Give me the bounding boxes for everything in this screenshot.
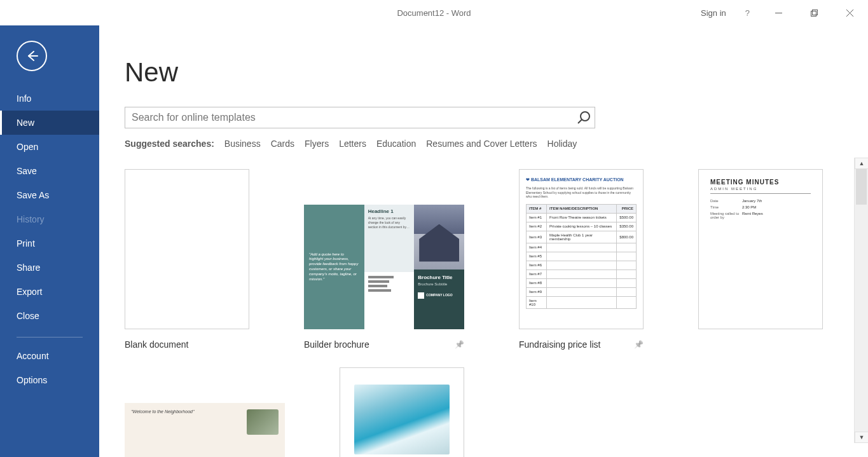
scroll-up-button[interactable]: ▲ — [855, 158, 868, 169]
pin-icon[interactable]: 📌 — [634, 340, 644, 349]
scroll-down-button[interactable]: ▼ — [855, 432, 868, 443]
template-photo[interactable] — [340, 367, 464, 457]
window-title: Document12 - Word — [397, 8, 471, 18]
template-thumb-neighborhood: "Welcome to the Neighborhood" — [125, 403, 285, 457]
sidebar-item-print[interactable]: Print — [0, 231, 99, 256]
scrollbar-thumb[interactable] — [856, 169, 867, 205]
back-arrow-icon — [25, 49, 39, 63]
close-icon — [846, 10, 853, 17]
template-meeting[interactable]: MEETING MINUTESADMIN MEETINGDateJanuary … — [698, 169, 823, 350]
help-button[interactable]: ? — [738, 8, 757, 18]
template-builder-brochure[interactable]: "Add a quote here to highlight your busi… — [304, 169, 464, 350]
sidebar-item-history: History — [0, 207, 99, 231]
maximize-button[interactable] — [799, 0, 829, 25]
close-button[interactable] — [835, 0, 864, 25]
suggested-link-education[interactable]: Education — [376, 139, 416, 149]
suggested-link-business[interactable]: Business — [224, 139, 261, 149]
template-thumb-blank — [125, 169, 249, 329]
back-button[interactable] — [17, 41, 47, 71]
sidebar-item-close[interactable]: Close — [0, 304, 99, 328]
title-bar: Document12 - Word Sign in ? — [0, 0, 868, 25]
suggested-link-flyers[interactable]: Flyers — [305, 139, 329, 149]
page-title: New — [125, 57, 868, 88]
minimize-button[interactable] — [764, 0, 793, 25]
suggested-label: Suggested searches: — [125, 139, 214, 149]
sidebar-item-export[interactable]: Export — [0, 280, 99, 304]
template-fundraising-price-list[interactable]: ❤ BALSAM ELEMENTARY CHARITY AUCTIONThe f… — [519, 169, 644, 350]
minimize-icon — [775, 10, 782, 17]
suggested-link-resumes-and-cover-letters[interactable]: Resumes and Cover Letters — [426, 139, 537, 149]
svg-rect-0 — [811, 11, 816, 16]
search-icon — [576, 110, 591, 125]
suggested-link-holiday[interactable]: Holiday — [548, 139, 577, 149]
template-search-input[interactable] — [125, 107, 595, 128]
search-wrap — [125, 107, 595, 128]
suggested-link-letters[interactable]: Letters — [339, 139, 366, 149]
sidebar-divider — [17, 337, 83, 338]
sidebar-item-save-as[interactable]: Save As — [0, 183, 99, 207]
template-label: Builder brochure — [304, 339, 369, 350]
template-thumb-meeting: MEETING MINUTESADMIN MEETINGDateJanuary … — [698, 169, 823, 329]
template-label: Blank document — [125, 339, 188, 350]
pin-icon[interactable]: 📌 — [455, 340, 464, 349]
svg-point-2 — [581, 112, 589, 121]
template-thumb-fund: ❤ BALSAM ELEMENTARY CHARITY AUCTIONThe f… — [519, 169, 644, 329]
sidebar-item-open[interactable]: Open — [0, 135, 99, 159]
template-label: Fundraising price list — [519, 339, 600, 350]
vertical-scrollbar[interactable]: ▲ ▼ — [854, 158, 868, 443]
template-blank-document[interactable]: Blank document — [125, 169, 249, 350]
template-thumb-brochure: "Add a quote here to highlight your busi… — [304, 205, 464, 329]
search-button[interactable] — [575, 109, 593, 126]
suggested-searches: Suggested searches: BusinessCardsFlyersL… — [125, 139, 868, 149]
sidebar-item-save[interactable]: Save — [0, 159, 99, 183]
suggested-link-cards[interactable]: Cards — [271, 139, 294, 149]
backstage-sidebar: InfoNewOpenSaveSave AsHistoryPrintShareE… — [0, 25, 99, 457]
sidebar-item-account[interactable]: Account — [0, 344, 99, 368]
sign-in-link[interactable]: Sign in — [696, 8, 731, 18]
main-content: New Suggested searches: BusinessCardsFly… — [99, 25, 868, 457]
template-thumb-photo — [340, 367, 464, 457]
sidebar-item-info[interactable]: Info — [0, 86, 99, 111]
sidebar-item-share[interactable]: Share — [0, 256, 99, 280]
sidebar-item-new[interactable]: New — [0, 111, 99, 135]
maximize-icon — [811, 10, 818, 17]
svg-rect-1 — [812, 10, 817, 15]
sidebar-item-options[interactable]: Options — [0, 368, 99, 392]
template-neighborhood[interactable]: "Welcome to the Neighborhood" — [125, 367, 285, 457]
